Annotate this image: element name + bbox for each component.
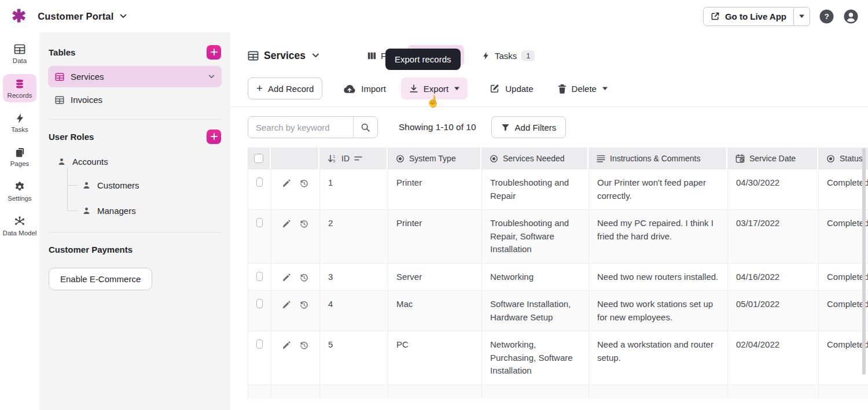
search-input[interactable] [248,117,353,138]
rail-item-data-model[interactable]: Data Model [3,212,36,240]
column-label: Instructions & Comments [610,154,700,163]
cell-status: Completed [819,169,868,210]
record-history-icon[interactable] [300,301,308,309]
caret-down-icon [454,87,459,90]
sort-numeric-icon[interactable]: 19 [328,154,337,163]
enable-ecommerce-button[interactable]: Enable E-Commerce [49,268,152,290]
edit-record-icon[interactable] [282,274,290,282]
rail-item-pages[interactable]: Pages [3,143,36,171]
column-header-services-needed[interactable]: Services Needed [481,147,589,169]
table-row: 4 Mac Software Installation, Hardware Se… [248,291,868,331]
rail-item-data[interactable]: Data [3,39,36,68]
column-header-id[interactable]: 19 ID [319,147,388,169]
cloud-upload-icon [343,84,356,94]
row-checkbox[interactable] [256,339,263,349]
table-icon [14,43,25,55]
row-checkbox-cell [248,291,271,331]
search-button[interactable] [353,117,377,138]
go-to-live-app-split-button: Go to Live App [703,7,810,26]
go-to-live-app-button[interactable]: Go to Live App [704,8,793,25]
row-actions-cell [271,264,320,291]
edit-record-icon[interactable] [282,179,290,187]
column-header-system-type[interactable]: System Type [388,147,481,169]
rail-item-settings[interactable]: Settings [3,177,36,205]
role-item-label: Customers [97,180,139,190]
cell-instructions: Need two new routers installed. [589,264,728,291]
vertical-scrollbar-thumb[interactable] [862,148,866,375]
search-group [248,116,378,138]
add-record-button[interactable]: + Add Record [248,77,322,99]
role-item-customers[interactable]: Customers [67,172,230,198]
column-label: Service Date [749,154,796,163]
export-label: Export [424,84,448,94]
table-item-invoices[interactable]: Invoices [48,89,222,110]
record-history-icon[interactable] [300,179,308,188]
delete-button[interactable]: Delete [558,84,608,94]
user-roles-header-label: User Roles [49,132,94,142]
rail-item-records[interactable]: Records [3,74,36,102]
add-table-button[interactable] [207,45,221,60]
export-button[interactable]: Export [401,77,468,99]
cell-system-type: Printer [388,169,482,210]
radio-field-icon [396,154,404,163]
rail-label: Tasks [11,126,28,133]
update-button[interactable]: Update [490,83,533,94]
import-button[interactable]: Import [343,84,386,94]
rail-label: Records [8,92,32,99]
live-app-dropdown-caret[interactable] [793,8,810,25]
column-header-service-date[interactable]: Service Date [727,147,818,169]
cell-id: 1 [320,169,388,210]
add-filters-button[interactable]: Add Filters [491,116,567,138]
row-checkbox[interactable] [256,299,263,308]
column-header-status[interactable]: Status [818,147,868,169]
record-history-icon[interactable] [300,274,308,282]
records-grid: 19 ID System Type Services Needed [248,147,868,399]
app-menu-chevron-down-icon[interactable] [120,14,127,19]
select-all-checkbox[interactable] [254,154,263,163]
add-user-role-button[interactable] [207,130,221,144]
table-row: 3 Server Networking Need two new routers… [248,264,868,291]
cell-instructions: Need two work stations set up for new em… [589,291,728,331]
cell-system-type: Printer [388,210,482,264]
edit-record-icon[interactable] [282,220,290,228]
radio-field-icon [826,154,835,163]
plus-icon [211,49,218,56]
tasks-count-badge: 1 [521,50,535,61]
user-avatar-icon[interactable] [843,9,859,24]
cell-service-date: 05/01/2022 [728,291,819,331]
navigation-rail: Data Records Tasks Pages Settings Data M… [0,32,39,410]
tables-section-header: Tables [49,44,221,60]
table-title-dropdown[interactable]: Services [248,50,319,62]
column-header-instructions[interactable]: Instructions & Comments [589,147,727,169]
table-item-services[interactable]: Services [48,66,222,87]
role-item-managers[interactable]: Managers [67,198,230,223]
cell-service-date: 04/30/2022 [728,169,819,210]
external-link-icon [711,12,720,21]
topbar-right-group: Go to Live App ? [703,7,859,26]
plus-icon [211,133,218,140]
chevron-down-icon[interactable] [208,75,215,79]
lightning-icon [14,113,25,124]
row-checkbox-cell [248,264,271,291]
customer-payments-header-label: Customer Payments [49,245,133,254]
rail-label: Settings [8,195,32,202]
cell-service-date: 04/16/2022 [728,264,819,291]
row-checkbox[interactable] [256,272,263,281]
row-checkbox[interactable] [256,178,263,187]
edit-square-icon [490,83,500,94]
role-item-accounts[interactable]: Accounts [57,150,221,172]
knack-logo-icon[interactable]: ✱ [12,8,26,25]
edit-record-icon[interactable] [282,301,290,309]
rail-item-tasks[interactable]: Tasks [3,109,36,136]
record-history-icon[interactable] [300,341,308,350]
caret-down-icon [602,87,608,90]
records-toolbar: + Add Record Import Export Update [230,66,868,106]
row-checkbox-cell [248,169,271,210]
partial-next-row [248,385,868,399]
help-icon[interactable]: ? [819,9,834,24]
tab-tasks[interactable]: Tasks 1 [481,50,535,61]
record-history-icon[interactable] [300,220,308,228]
sort-order-icon[interactable] [354,156,362,161]
row-checkbox[interactable] [256,218,263,227]
edit-record-icon[interactable] [282,341,290,349]
